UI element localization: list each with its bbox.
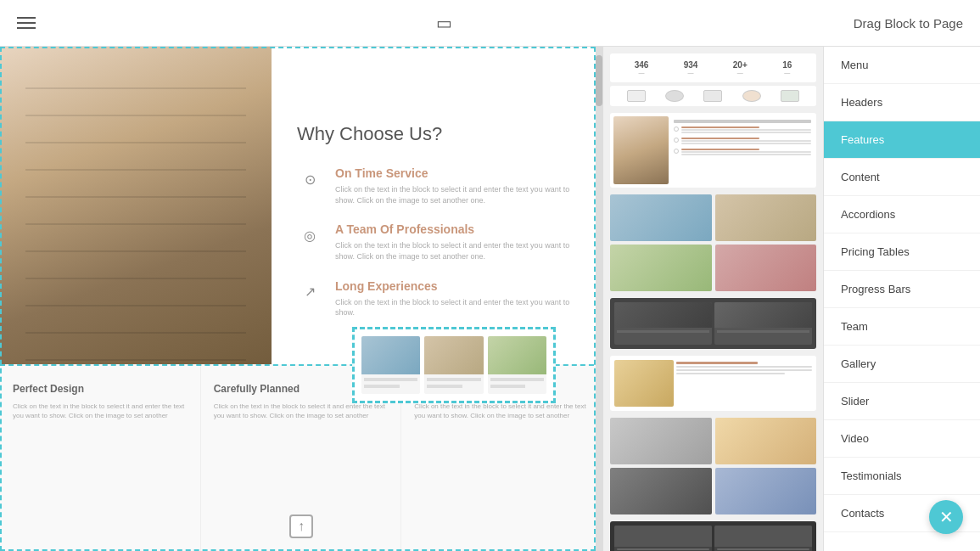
grid-photo-5: [610, 418, 712, 464]
scroll-up-button[interactable]: ↑: [289, 514, 313, 538]
thumb-grid-2[interactable]: [610, 418, 816, 514]
why-title: Why Choose Us?: [297, 123, 577, 145]
team-icon: ◎: [297, 222, 322, 248]
stat-label-3: —: [782, 70, 792, 76]
canvas-scrollbar[interactable]: [596, 47, 602, 551]
drag-line-4: [427, 385, 462, 388]
dark-col-2: [714, 302, 812, 345]
lighting-text: [676, 360, 812, 407]
why-item-1: ◎ A Team Of Professionals Click on the t…: [297, 222, 577, 261]
thumb-dark: [610, 521, 816, 551]
close-fab-button[interactable]: ✕: [929, 500, 963, 534]
thumb-stats: 346 — 934 — 20+ — 16 —: [610, 53, 816, 82]
drag-line-5: [490, 378, 544, 381]
drag-col-img-3: [488, 336, 546, 374]
feature-desc-2: Click on the text in the block to select…: [414, 402, 589, 420]
lighting-line-3: [676, 373, 785, 374]
why-item-text-1: A Team Of Professionals Click on the tex…: [335, 222, 577, 261]
stat-num-0: 346: [635, 60, 649, 70]
thumb-stat-1: 934 —: [684, 60, 698, 76]
thumb-dark-row: [610, 298, 816, 349]
why-item-title-1: A Team Of Professionals: [335, 222, 577, 236]
hamburger-button[interactable]: [17, 17, 36, 29]
service-icon: ⊙: [297, 166, 322, 192]
dark-dline-1: [617, 548, 709, 550]
dark-col-1: [614, 302, 712, 345]
thumb-dot-1: [674, 138, 679, 143]
nav-item-content[interactable]: Content: [824, 159, 980, 196]
thumb-logos: [610, 86, 816, 106]
nav-item-testimonials[interactable]: Testimonials: [824, 458, 980, 495]
why-item-title-0: On Time Service: [335, 166, 577, 180]
nav-items-container: MenuHeadersFeaturesContentAccordionsPric…: [824, 47, 980, 532]
thumb-grid-photos-2: [610, 418, 816, 514]
why-item-0: ⊙ On Time Service Click on the text in t…: [297, 166, 577, 205]
thumb-lighting-row: [614, 360, 812, 407]
nav-item-video[interactable]: Video: [824, 420, 980, 458]
thumb-stat-2: 20+ —: [733, 60, 748, 76]
why-item-desc-0: Click on the text in the block to select…: [335, 184, 577, 205]
thumb-why-feature[interactable]: [610, 113, 816, 188]
mini-line-1: [681, 132, 811, 133]
thumb-lighting-content: [610, 356, 816, 411]
dark-img-1: [614, 302, 712, 328]
thumb-lines-0: [681, 126, 811, 134]
why-item-text-0: On Time Service Click on the text in the…: [335, 166, 577, 205]
thumb-dark-design[interactable]: [610, 298, 816, 349]
nav-item-team[interactable]: Team: [824, 308, 980, 346]
thumb-grid-1[interactable]: [610, 194, 816, 291]
thumb-stair-item-1: [674, 137, 811, 145]
grid-photo-8: [715, 468, 817, 514]
nav-item-features[interactable]: Features: [824, 121, 980, 159]
thumb-dot-2: [674, 149, 679, 154]
dark-line-2: [717, 330, 809, 333]
thumb-stair-content: [672, 116, 813, 184]
drag-line-3: [427, 378, 480, 381]
mini-line-a1: [681, 138, 759, 139]
feature-desc-0: Click on the text in the block to select…: [13, 402, 188, 420]
dark-dline-2: [717, 548, 809, 550]
drag-line-6: [490, 385, 526, 388]
mini-line-2: [681, 140, 811, 142]
dark-img-2: [714, 302, 812, 328]
grid-photo-3: [610, 245, 712, 291]
drag-block-preview: [355, 329, 553, 401]
drag-col-2: [424, 336, 483, 394]
nav-item-pricing-tables[interactable]: Pricing Tables: [824, 233, 980, 271]
lighting-line-1: [676, 366, 812, 368]
drag-col-img-1: [361, 336, 420, 374]
drag-line-1: [364, 378, 417, 381]
why-item-title-2: Long Experiences: [335, 279, 577, 293]
thumb-dark-grid[interactable]: [610, 521, 816, 551]
nav-item-slider[interactable]: Slider: [824, 383, 980, 420]
main-area: Why Choose Us? ⊙ On Time Service Click o…: [0, 47, 980, 551]
canvas-scrollbar-thumb: [596, 55, 602, 106]
grid-photo-6: [715, 418, 817, 464]
logo-4: [742, 90, 761, 102]
stat-label-2: —: [733, 70, 748, 76]
dark-inner-1: [614, 526, 712, 547]
nav-item-menu[interactable]: Menu: [824, 47, 980, 84]
why-item-desc-2: Click on the text in the block to select…: [335, 297, 577, 318]
stat-num-1: 934: [684, 60, 698, 70]
thumb-grid-photos-1: [610, 194, 816, 291]
thumb-stair-title-line: [674, 120, 811, 123]
nav-item-gallery[interactable]: Gallery: [824, 346, 980, 383]
drag-block-overlay[interactable]: [352, 327, 556, 403]
lighting-line-2: [676, 369, 812, 371]
nav-item-headers[interactable]: Headers: [824, 84, 980, 121]
mini-line-a0: [681, 127, 759, 128]
feature-title-0: Perfect Design: [13, 383, 188, 395]
grid-photo-7: [610, 468, 712, 514]
nav-item-progress-bars[interactable]: Progress Bars: [824, 271, 980, 308]
experience-icon: ↗: [297, 279, 322, 305]
logo-5: [781, 90, 799, 102]
thumb-stats-item[interactable]: 346 — 934 — 20+ — 16 —: [610, 53, 816, 106]
nav-item-accordions[interactable]: Accordions: [824, 196, 980, 233]
thumb-lighting[interactable]: [610, 356, 816, 411]
drag-col-img-2: [424, 336, 483, 374]
thumb-stair-img: [613, 116, 669, 184]
mini-line-0: [681, 129, 811, 131]
thumb-stair-item-0: [674, 126, 811, 134]
dark-inner-2: [714, 526, 812, 547]
